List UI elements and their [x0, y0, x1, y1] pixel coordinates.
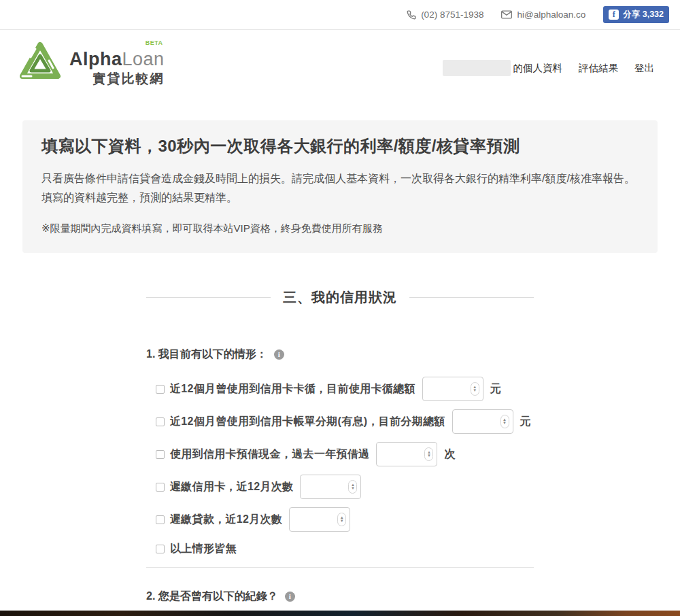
email-contact: hi@alphaloan.co: [501, 10, 585, 20]
option-card-revolving: 近12個月曾使用到信用卡卡循，目前使用卡循總額 ▲▼ 元: [156, 377, 534, 401]
unit-label: 元: [490, 382, 501, 396]
cash-advance-count-stepper: ▲▼: [376, 442, 437, 466]
nav-item-logout[interactable]: 登出: [634, 62, 654, 75]
brand-alpha: Alpha: [69, 49, 122, 69]
top-utility-bar: (02) 8751-1938 hi@alphaloan.co f 分享 3,33…: [0, 0, 680, 30]
option-label: 近12個月曾使用到信用卡卡循，目前使用卡循總額: [170, 382, 415, 396]
nav-item-results[interactable]: 評估結果: [579, 62, 618, 75]
option-label: 使用到信用卡預借現金，過去一年預借過: [170, 447, 369, 462]
checkbox-late-credit-card[interactable]: [156, 483, 165, 492]
checkbox-installment[interactable]: [156, 417, 165, 426]
option-cash-advance: 使用到信用卡預借現金，過去一年預借過 ▲▼ 次: [156, 442, 534, 466]
option-installment: 近12個月曾使用到信用卡帳單分期(有息)，目前分期總額 ▲▼ 元: [156, 409, 534, 434]
checkbox-late-loan[interactable]: [156, 515, 165, 524]
stepper-arrows-icon[interactable]: ▲▼: [471, 382, 479, 396]
phone-number: (02) 8751-1938: [421, 10, 483, 20]
question-1-text: 1. 我目前有以下的情形：: [146, 347, 267, 362]
facebook-share-button[interactable]: f 分享 3,332: [603, 6, 669, 23]
credit-form: 1. 我目前有以下的情形： i 近12個月曾使用到信用卡卡循，目前使用卡循總額 …: [146, 347, 534, 604]
facebook-share-label: 分享 3,332: [623, 9, 664, 20]
question-1-options: 近12個月曾使用到信用卡卡循，目前使用卡循總額 ▲▼ 元 近12個月曾使用到信用…: [156, 377, 534, 558]
stepper-arrows-icon[interactable]: ▲▼: [500, 415, 509, 428]
brand-name: AlphaLoan: [69, 49, 165, 69]
checkbox-card-revolving[interactable]: [156, 385, 165, 394]
envelope-icon: [501, 10, 512, 19]
checkbox-none-of-above[interactable]: [156, 545, 165, 553]
section-credit-status: 三、我的信用狀況: [146, 288, 534, 307]
installment-amount-stepper: ▲▼: [452, 409, 513, 434]
question-2-label: 2. 您是否曾有以下的紀錄？ i: [146, 589, 534, 604]
intro-vip-note: ※限量期間內完成資料填寫，即可取得本站VIP資格，終身免費使用所有服務: [41, 222, 639, 235]
section-title-text: 三、我的信用狀況: [283, 288, 397, 307]
option-label: 近12個月曾使用到信用卡帳單分期(有息)，目前分期總額: [170, 415, 445, 429]
unit-label: 元: [520, 415, 531, 429]
stepper-arrows-icon[interactable]: ▲▼: [424, 447, 433, 461]
unit-label: 次: [444, 447, 455, 462]
option-late-loan: 遲繳貸款，近12月次數 ▲▼: [156, 507, 534, 532]
main-nav: 的個人資料 評估結果 登出: [443, 60, 655, 76]
intro-body: 只看廣告條件申請信貸會造成金錢及時間上的損失。請完成個人基本資料，一次取得各大銀…: [41, 169, 639, 207]
info-icon[interactable]: i: [285, 592, 295, 602]
info-icon[interactable]: i: [274, 349, 284, 360]
option-label: 遲繳貸款，近12月次數: [170, 513, 282, 527]
beta-badge: BETA: [146, 39, 163, 46]
brand-subtitle: 實貸比較網: [69, 70, 165, 88]
divider-line-right: [409, 297, 534, 298]
revolving-amount-stepper: ▲▼: [422, 377, 483, 401]
late-loan-count-stepper: ▲▼: [289, 507, 350, 532]
brand-logo[interactable]: BETA AlphaLoan 實貸比較網: [18, 39, 165, 88]
intro-title: 填寫以下資料，30秒內一次取得各大銀行的利率/額度/核貸率預測: [41, 135, 639, 157]
option-label: 遲繳信用卡，近12月次數: [170, 480, 293, 494]
option-late-credit-card: 遲繳信用卡，近12月次數 ▲▼: [156, 475, 534, 499]
question-1-label: 1. 我目前有以下的情形： i: [146, 347, 534, 362]
intro-panel: 填寫以下資料，30秒內一次取得各大銀行的利率/額度/核貸率預測 只看廣告條件申請…: [22, 120, 658, 253]
question-2-text: 2. 您是否曾有以下的紀錄？: [146, 589, 278, 604]
facebook-icon: f: [609, 10, 619, 20]
brand-text: BETA AlphaLoan 實貸比較網: [69, 39, 165, 88]
option-label: 以上情形皆無: [170, 542, 237, 556]
phone-icon: [407, 10, 416, 20]
redacted-username: [443, 60, 511, 76]
checkbox-cash-advance[interactable]: [156, 450, 165, 459]
phone-contact: (02) 8751-1938: [407, 10, 483, 20]
brand-loan: Loan: [122, 49, 165, 69]
late-card-count-stepper: ▲▼: [300, 475, 361, 499]
alphaloan-triangle-logo-icon: [18, 41, 63, 87]
nav-item-profile[interactable]: 的個人資料: [513, 62, 563, 75]
footer-image-edge: [0, 611, 680, 616]
email-address: hi@alphaloan.co: [517, 10, 585, 20]
form-divider: [146, 567, 534, 568]
option-none-of-above: 以上情形皆無: [156, 540, 534, 558]
page: (02) 8751-1938 hi@alphaloan.co f 分享 3,33…: [0, 0, 680, 616]
site-header: BETA AlphaLoan 實貸比較網 的個人資料 評估結果 登出: [0, 30, 680, 88]
divider-line-left: [146, 297, 271, 298]
stepper-arrows-icon[interactable]: ▲▼: [337, 513, 346, 526]
stepper-arrows-icon[interactable]: ▲▼: [348, 480, 357, 494]
